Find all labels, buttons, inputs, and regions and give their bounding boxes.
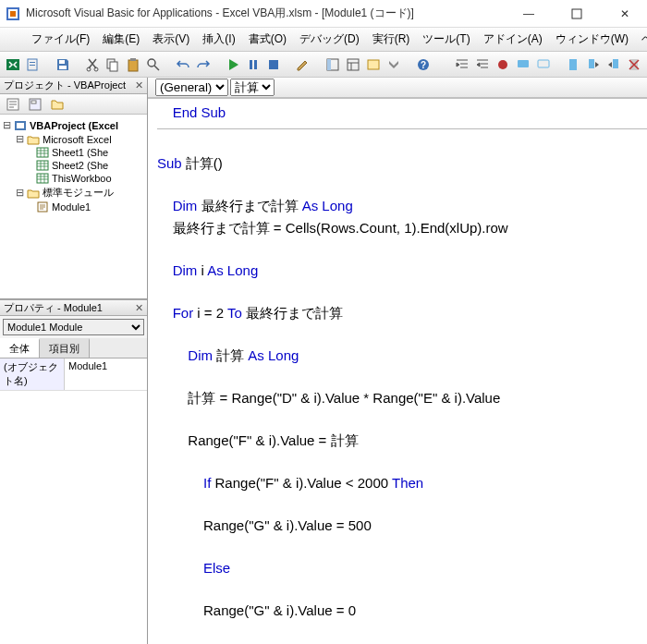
object-combo[interactable]: (General) [155,79,228,96]
tree-folder-modules[interactable]: ⊟標準モジュール [2,185,145,200]
breakpoint-icon[interactable] [495,55,510,74]
close-button[interactable]: ✕ [608,4,641,24]
svg-rect-15 [110,62,117,71]
code-line: End Sub [157,104,226,120]
minimize-button[interactable]: — [512,4,545,24]
save-icon[interactable] [55,55,70,74]
svg-rect-37 [31,101,36,103]
indent-icon[interactable] [455,55,470,74]
code-line: Dim [157,262,197,278]
properties-object-combo[interactable]: Module1 Module [3,319,144,335]
menu-tools[interactable]: ツール(T) [422,31,470,47]
svg-rect-39 [17,123,24,128]
object-browser-icon[interactable] [366,55,381,74]
bookmark-clear-icon[interactable] [627,55,641,74]
bookmark-next-icon[interactable] [586,55,601,74]
insert-module-icon[interactable] [26,55,41,74]
tab-categorized[interactable]: 項目別 [40,338,90,358]
svg-rect-33 [613,59,618,68]
menu-file[interactable]: ファイル(F) [31,31,90,47]
menu-run[interactable]: 実行(R) [372,31,410,47]
undo-icon[interactable] [176,55,190,74]
svg-rect-19 [250,60,252,69]
svg-rect-21 [269,60,278,69]
left-panel: プロジェクト - VBAProject ✕ ⊟VBAProject (Excel… [0,78,148,644]
code-pane[interactable]: End Sub Sub 計算() Dim 最終行まで計算 As Long 最終行… [148,98,647,644]
svg-rect-16 [128,60,138,71]
project-panel-header: プロジェクト - VBAProject ✕ [0,78,147,94]
svg-rect-42 [37,174,48,183]
property-row[interactable]: (オブジェクト名) Module1 [0,358,147,391]
svg-rect-25 [368,60,379,69]
bookmark-toggle-icon[interactable] [566,55,580,74]
tree-sheet1[interactable]: Sheet1 (She [2,146,145,159]
svg-rect-10 [59,60,65,64]
tree-sheet2[interactable]: Sheet2 (She [2,159,145,172]
property-value[interactable]: Module1 [65,358,147,390]
properties-window-icon[interactable] [346,55,360,74]
code-line: Range("F" & i).Value = 計算 [157,432,359,448]
tree-folder-excel[interactable]: ⊟Microsoft Excel [2,132,145,146]
properties-panel-title: プロパティ - Module1 [4,301,103,315]
view-excel-icon[interactable] [6,55,20,74]
code-line: 最終行まで計算 = Cells(Rows.Count, 1).End(xlUp)… [157,220,508,236]
view-object-icon[interactable] [26,95,44,114]
menu-addin[interactable]: アドイン(A) [483,31,543,47]
view-code-icon[interactable] [4,95,22,114]
menu-format[interactable]: 書式(O) [249,31,287,47]
tree-root[interactable]: ⊟VBAProject (Excel [2,118,145,132]
uncomment-icon[interactable] [536,55,551,74]
svg-rect-11 [59,66,67,69]
menu-debug[interactable]: デバッグ(D) [299,31,360,47]
outdent-icon[interactable] [475,55,490,74]
properties-object-select[interactable]: Module1 Module [3,319,144,335]
svg-rect-24 [348,59,359,70]
project-panel-close-icon[interactable]: ✕ [135,79,143,91]
menu-insert[interactable]: 挿入(I) [202,31,235,47]
properties-panel-close-icon[interactable]: ✕ [135,302,143,314]
code-line: 計算 = Range("D" & i).Value * Range("E" & … [157,390,500,406]
vba-app-icon [6,6,20,21]
menu-edit[interactable]: 編集(E) [103,31,140,47]
code-line: Dim [157,198,197,213]
copy-icon[interactable] [105,55,120,74]
break-icon[interactable] [246,55,261,74]
redo-icon[interactable] [196,55,211,74]
menu-window[interactable]: ウィンドウ(W) [555,31,629,47]
svg-rect-40 [37,148,48,157]
cut-icon[interactable] [85,55,100,74]
svg-rect-9 [30,65,35,66]
svg-rect-31 [569,59,577,70]
tab-alphabetic[interactable]: 全体 [0,338,40,358]
paste-icon[interactable] [126,55,140,74]
project-explorer-icon[interactable] [325,55,340,74]
code-line: If [157,475,211,491]
bookmark-prev-icon[interactable] [606,55,621,74]
tree-workbook[interactable]: ThisWorkboo [2,172,145,185]
svg-rect-32 [589,59,594,68]
design-mode-icon[interactable] [296,55,311,74]
code-line: Else [157,560,230,576]
code-line: Dim [157,347,213,363]
folder-toggle-icon[interactable] [48,95,67,114]
code-line: For [157,305,193,321]
properties-panel-header: プロパティ - Module1 ✕ [0,299,147,316]
main-area: プロジェクト - VBAProject ✕ ⊟VBAProject (Excel… [0,78,647,644]
project-panel-toolbar [0,94,147,115]
svg-rect-3 [572,9,581,18]
run-icon[interactable] [226,55,240,74]
project-tree[interactable]: ⊟VBAProject (Excel ⊟Microsoft Excel Shee… [0,115,147,299]
toolbox-icon[interactable] [386,55,401,74]
procedure-combo[interactable]: 計算 [230,79,275,96]
svg-rect-2 [10,11,16,17]
property-name: (オブジェクト名) [0,358,65,390]
reset-icon[interactable] [266,55,281,74]
menu-view[interactable]: 表示(V) [153,31,189,47]
properties-grid[interactable]: (オブジェクト名) Module1 [0,358,147,644]
comment-icon[interactable] [516,55,531,74]
help-icon[interactable]: ? [416,55,431,74]
find-icon[interactable] [146,55,161,74]
menu-help[interactable]: ヘルプ(H) [641,31,647,47]
maximize-button[interactable] [560,4,593,24]
tree-module1[interactable]: Module1 [2,200,145,213]
